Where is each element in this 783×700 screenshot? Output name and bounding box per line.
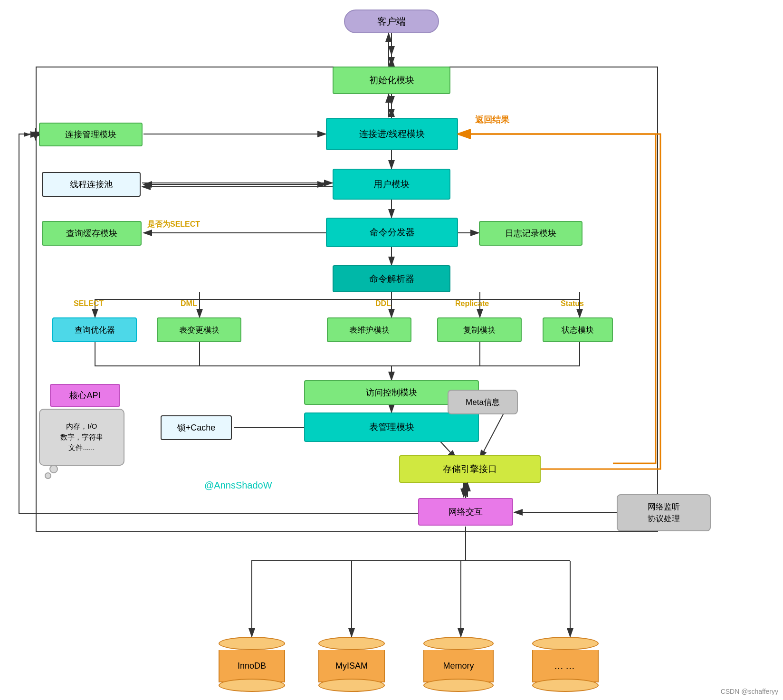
user-module-node: 用户模块	[333, 169, 450, 200]
meta-info-node: Meta信息	[448, 390, 518, 414]
svg-marker-37	[24, 132, 31, 137]
cmd-parser-node: 命令解析器	[333, 265, 450, 292]
network-monitor-node: 网络监听 协议处理	[617, 494, 711, 531]
ddl-label: DDL	[375, 299, 391, 308]
status-label: Status	[561, 299, 584, 308]
init-module-node: 初始化模块	[333, 67, 450, 94]
cmd-dispatcher-node: 命令分发器	[326, 218, 458, 247]
table-change-node: 表变更模块	[157, 317, 241, 342]
replication-node: 复制模块	[437, 317, 522, 342]
diagram-container: 客户端 初始化模块 连接管理模块 连接进/线程模块 返回结果 线程连接池 用户模…	[0, 0, 783, 700]
innodb-cylinder: InnoDB	[214, 637, 290, 692]
table-manager-node: 表管理模块	[304, 412, 479, 442]
core-api-node: 核心API	[50, 384, 120, 407]
conn-manager-node: 连接管理模块	[39, 123, 143, 146]
return-result-label: 返回结果	[475, 114, 509, 125]
csdn-label: CSDN @schafferyy	[721, 688, 778, 695]
network-interact-node: 网络交互	[418, 498, 513, 526]
conn-thread-node: 连接进/线程模块	[326, 118, 458, 150]
client-node: 客户端	[344, 10, 439, 33]
storage-interface-node: 存储引擎接口	[399, 455, 541, 483]
replicate-label: Replicate	[455, 299, 489, 308]
memory-cylinder: Memory	[418, 637, 499, 692]
dml-label: DML	[181, 299, 197, 308]
memory-io-node: 内存，I/O 数字，字符串 文件......	[39, 409, 124, 466]
table-maint-node: 表维护模块	[327, 317, 411, 342]
myisam-cylinder: MyISAM	[314, 637, 390, 692]
watermark: @AnnsShadoW	[204, 480, 272, 491]
is-select-label: 是否为SELECT	[147, 220, 200, 230]
select-label: SELECT	[74, 299, 104, 308]
status-node: 状态模块	[543, 317, 613, 342]
query-cache-node: 查询缓存模块	[42, 221, 142, 246]
log-module-node: 日志记录模块	[479, 221, 582, 246]
query-optimizer-node: 查询优化器	[52, 317, 137, 342]
ellipsis-cylinder: ……	[527, 637, 603, 692]
thread-pool-node: 线程连接池	[42, 172, 141, 197]
lock-cache-node: 锁+Cache	[161, 415, 232, 440]
